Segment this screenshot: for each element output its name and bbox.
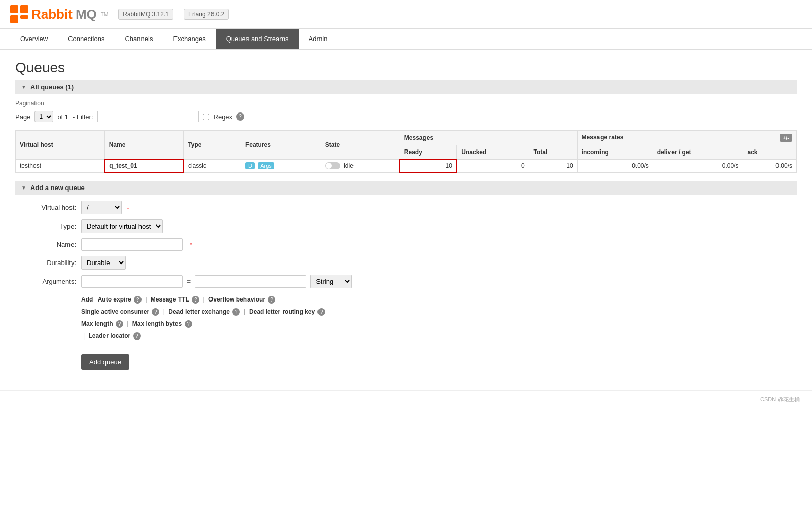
arg-overflow-behaviour[interactable]: Overflow behaviour (208, 296, 265, 303)
add-queue-triangle: ▼ (21, 185, 26, 191)
max-length-bytes-help[interactable]: ? (185, 320, 192, 328)
args-links: Add Auto expire ? | Message TTL ? | Over… (81, 293, 797, 342)
arg-dead-letter-routing-key[interactable]: Dead letter routing key (249, 308, 315, 315)
nav-channels[interactable]: Channels (115, 29, 163, 49)
add-queue-label: Add a new queue (30, 184, 85, 192)
arg-max-length-bytes[interactable]: Max length bytes (132, 320, 182, 327)
page-title: Queues (15, 60, 797, 76)
logo-mq: MQ (76, 7, 97, 22)
cell-features: D Args (241, 159, 321, 172)
col-ack: ack (743, 145, 797, 160)
arg-dead-letter-exchange[interactable]: Dead letter exchange (168, 308, 230, 315)
arguments-inputs: = String Number Boolean (81, 275, 352, 288)
logo-tm: TM (101, 12, 108, 17)
arg-single-active-consumer[interactable]: Single active consumer (81, 308, 149, 315)
sep5: | (127, 320, 128, 327)
col-name: Name (104, 131, 184, 160)
sep4: | (244, 308, 245, 315)
regex-label: Regex (214, 113, 233, 121)
table-row: testhost q_test_01 classic D Args idle 1… (16, 159, 797, 172)
nav-queues-streams[interactable]: Queues and Streams (216, 29, 299, 49)
arg-message-ttl[interactable]: Message TTL (151, 296, 189, 303)
arguments-key-input[interactable] (81, 275, 183, 288)
type-select[interactable]: Default for virtual host Classic Quorum … (81, 219, 163, 233)
footer-text: CSDN @花生桶- (760, 396, 802, 402)
durability-row: Durability: Durable Transient (15, 256, 797, 270)
dead-letter-exchange-help[interactable]: ? (232, 308, 240, 316)
nav-connections[interactable]: Connections (58, 29, 115, 49)
erlang-version: Erlang 26.0.2 (184, 9, 229, 20)
page-select[interactable]: 1 (34, 111, 53, 122)
cell-deliver-get: 0.00/s (653, 159, 743, 172)
sep6: | (83, 332, 85, 340)
message-ttl-help[interactable]: ? (192, 296, 199, 304)
add-queue-header[interactable]: ▼ Add a new queue (15, 181, 797, 195)
regex-checkbox[interactable] (203, 114, 209, 120)
plus-minus-btn[interactable]: +/- (780, 134, 792, 142)
svg-rect-0 (10, 5, 18, 13)
arguments-type-select[interactable]: String Number Boolean (310, 275, 352, 288)
single-active-help[interactable]: ? (152, 308, 159, 316)
auto-expire-help[interactable]: ? (134, 296, 142, 304)
leader-locator-help[interactable]: ? (133, 332, 141, 340)
svg-rect-3 (20, 15, 28, 19)
durability-select[interactable]: Durable Transient (81, 256, 126, 270)
regex-help-icon[interactable]: ? (236, 112, 244, 121)
nav-overview[interactable]: Overview (10, 29, 58, 49)
group-message-rates: Message rates +/- (577, 131, 796, 145)
queue-table: Virtual host Name Type Features State Me… (15, 130, 797, 173)
virtual-host-select[interactable]: / testhost (81, 201, 122, 214)
all-queues-header[interactable]: ▼ All queues (1) (15, 80, 797, 94)
name-input[interactable] (81, 238, 183, 251)
col-unacked: Unacked (457, 145, 529, 160)
dead-letter-routing-key-help[interactable]: ? (317, 308, 325, 316)
all-queues-label: All queues (1) (30, 83, 74, 91)
state-text: idle (344, 162, 354, 169)
col-type: Type (184, 131, 241, 160)
virtual-host-required: · (127, 203, 129, 212)
overflow-help[interactable]: ? (268, 296, 275, 304)
col-total: Total (529, 145, 577, 160)
arguments-value-input[interactable] (195, 275, 306, 288)
cell-state: idle (321, 159, 400, 172)
max-length-help[interactable]: ? (116, 320, 123, 328)
nav-admin[interactable]: Admin (299, 29, 338, 49)
arguments-row: Arguments: = String Number Boolean (15, 275, 797, 288)
svg-rect-2 (10, 15, 18, 23)
pagination-label: Pagination (15, 100, 797, 107)
nav-exchanges[interactable]: Exchanges (163, 29, 216, 49)
main-nav: Overview Connections Channels Exchanges … (0, 29, 812, 50)
main-content: Queues ▼ All queues (1) Pagination Page … (0, 50, 812, 380)
cell-total: 10 (529, 159, 577, 172)
group-messages: Messages (400, 131, 577, 145)
top-bar: RabbitMQTM RabbitMQ 3.12.1 Erlang 26.0.2 (0, 0, 812, 29)
eq-sign: = (187, 278, 191, 286)
arg-max-length[interactable]: Max length (81, 320, 113, 327)
of-label: of 1 (57, 113, 68, 121)
rabbitmq-version: RabbitMQ 3.12.1 (118, 9, 173, 20)
filter-label: - Filter: (73, 113, 93, 121)
cell-ack: 0.00/s (743, 159, 797, 172)
name-row: Name: * (15, 238, 797, 251)
add-label: Add (81, 296, 93, 303)
type-row: Type: Default for virtual host Classic Q… (15, 219, 797, 233)
col-state: State (321, 131, 400, 160)
cell-incoming: 0.00/s (577, 159, 653, 172)
col-virtual-host: Virtual host (16, 131, 105, 160)
logo: RabbitMQTM (10, 5, 108, 23)
filter-input[interactable] (97, 111, 199, 122)
sep3: | (163, 308, 165, 315)
virtual-host-row: Virtual host: / testhost · (15, 201, 797, 214)
cell-name[interactable]: q_test_01 (104, 159, 184, 172)
col-deliver-get: deliver / get (653, 145, 743, 160)
add-queue-button[interactable]: Add queue (81, 354, 129, 370)
cell-type: classic (184, 159, 241, 172)
pagination-row: Page 1 of 1 - Filter: Regex ? (15, 111, 797, 122)
badge-args[interactable]: Args (258, 162, 274, 169)
sep2: | (203, 296, 205, 303)
col-ready: Ready (400, 145, 457, 160)
add-queue-form: Virtual host: / testhost · Type: Default… (15, 201, 797, 370)
arg-leader-locator[interactable]: Leader locator (88, 332, 130, 340)
add-queue-btn-row: Add queue (81, 349, 797, 370)
arg-auto-expire[interactable]: Auto expire (98, 296, 131, 303)
